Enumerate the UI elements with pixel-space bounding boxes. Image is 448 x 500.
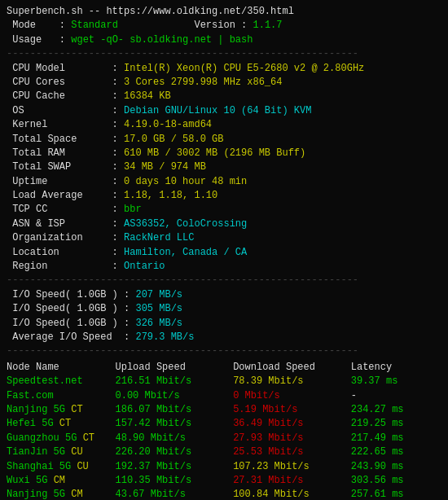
network-cell-name: Hefei 5G CT xyxy=(7,417,116,431)
sysinfo-asn: ASN & ISP : AS36352, ColoCrossing xyxy=(7,217,441,231)
network-cell-latency: 243.90 ms xyxy=(351,460,441,474)
network-cell-download: 27.93 Mbit/s xyxy=(233,432,351,445)
network-cell-upload: 216.51 Mbit/s xyxy=(116,375,234,388)
network-cell-download: 107.23 Mbit/s xyxy=(233,460,351,474)
col-header-download: Download Speed xyxy=(233,361,351,375)
network-section: Node Name Upload Speed Download Speed La… xyxy=(7,361,441,500)
title-line: Superbench.sh -- https://www.oldking.net… xyxy=(7,5,441,19)
network-cell-upload: 157.42 Mbit/s xyxy=(116,417,234,431)
io-speed-3: I/O Speed( 1.0GB ) : 326 MB/s xyxy=(7,317,441,331)
io-speed-1: I/O Speed( 1.0GB ) : 207 MB/s xyxy=(7,288,441,302)
sysinfo-location: Location : Hamilton, Canada / CA xyxy=(7,246,441,260)
network-cell-latency: 217.49 ms xyxy=(351,432,441,445)
network-cell-latency: - xyxy=(351,389,441,403)
network-cell-download: 5.19 Mbit/s xyxy=(233,403,351,417)
network-row: Wuxi 5G CM 110.35 Mbit/s 27.31 Mbit/s 30… xyxy=(7,474,441,488)
network-cell-latency: 222.65 ms xyxy=(351,445,441,459)
network-cell-latency: 219.25 ms xyxy=(351,417,441,431)
network-table: Node Name Upload Speed Download Speed La… xyxy=(7,361,441,500)
network-cell-latency: 303.56 ms xyxy=(351,474,441,488)
network-row: Speedtest.net 216.51 Mbit/s 78.39 Mbit/s… xyxy=(7,375,441,388)
network-cell-upload: 110.35 Mbit/s xyxy=(116,474,234,488)
network-cell-name: Nanjing 5G CT xyxy=(7,403,116,417)
io-speed-2: I/O Speed( 1.0GB ) : 305 MB/s xyxy=(7,302,441,316)
network-cell-download: 0 Mbit/s xyxy=(233,389,351,403)
sysinfo-cpu-cores: CPU Cores : 3 Cores 2799.998 MHz x86_64 xyxy=(7,76,441,90)
sysinfo-org: Organization : RackNerd LLC xyxy=(7,231,441,245)
network-cell-download: 25.53 Mbit/s xyxy=(233,445,351,459)
network-cell-upload: 43.67 Mbit/s xyxy=(116,488,234,500)
sysinfo-region: Region : Ontario xyxy=(7,260,441,274)
network-cell-upload: 0.00 Mbit/s xyxy=(116,389,234,403)
network-header-row: Node Name Upload Speed Download Speed La… xyxy=(7,361,441,375)
network-cell-download: 27.31 Mbit/s xyxy=(233,474,351,488)
network-cell-download: 78.39 Mbit/s xyxy=(233,375,351,388)
divider-1: ----------------------------------------… xyxy=(7,47,441,61)
sysinfo-total-ram: Total RAM : 610 MB / 3002 MB (2196 MB Bu… xyxy=(7,147,441,160)
col-header-upload: Upload Speed xyxy=(116,361,234,375)
divider-3: ----------------------------------------… xyxy=(7,344,441,358)
network-cell-upload: 226.20 Mbit/s xyxy=(116,445,234,459)
sysinfo-kernel: Kernel : 4.19.0-18-amd64 xyxy=(7,118,441,132)
col-header-name: Node Name xyxy=(7,361,116,375)
network-cell-name: Shanghai 5G CU xyxy=(7,460,116,474)
network-cell-name: Wuxi 5G CM xyxy=(7,474,116,488)
usage-line: Usage : wget -qO- sb.oldking.net | bash xyxy=(7,33,441,47)
network-cell-download: 36.49 Mbit/s xyxy=(233,417,351,431)
sysinfo-load: Load Average : 1.18, 1.18, 1.10 xyxy=(7,189,441,203)
io-section: I/O Speed( 1.0GB ) : 207 MB/s I/O Speed(… xyxy=(7,288,441,345)
sysinfo-uptime: Uptime : 0 days 10 hour 48 min xyxy=(7,175,441,189)
network-cell-latency: 234.27 ms xyxy=(351,403,441,417)
sysinfo-cpu-model: CPU Model : Intel(R) Xeon(R) CPU E5-2680… xyxy=(7,62,441,76)
network-cell-name: Fast.com xyxy=(7,389,116,403)
network-cell-name: Nanjing 5G CM xyxy=(7,488,116,500)
col-header-latency: Latency xyxy=(351,361,441,375)
sysinfo-total-swap: Total SWAP : 34 MB / 974 MB xyxy=(7,160,441,174)
sysinfo-total-space: Total Space : 17.0 GB / 58.0 GB xyxy=(7,133,441,147)
network-row: Guangzhou 5G CT 48.90 Mbit/s 27.93 Mbit/… xyxy=(7,432,441,445)
network-row: Hefei 5G CT 157.42 Mbit/s 36.49 Mbit/s 2… xyxy=(7,417,441,431)
mode-line: Mode : Standard Version : 1.1.7 xyxy=(7,19,441,33)
sysinfo-os: OS : Debian GNU/Linux 10 (64 Bit) KVM xyxy=(7,104,441,118)
io-avg: Average I/O Speed : 279.3 MB/s xyxy=(7,331,441,344)
network-row: Shanghai 5G CU 192.37 Mbit/s 107.23 Mbit… xyxy=(7,460,441,474)
network-cell-name: Guangzhou 5G CT xyxy=(7,432,116,445)
network-cell-upload: 186.07 Mbit/s xyxy=(116,403,234,417)
network-cell-name: TianJin 5G CU xyxy=(7,445,116,459)
network-cell-upload: 192.37 Mbit/s xyxy=(116,460,234,474)
network-row: TianJin 5G CU 226.20 Mbit/s 25.53 Mbit/s… xyxy=(7,445,441,459)
terminal-window: Superbench.sh -- https://www.oldking.net… xyxy=(7,5,441,500)
sysinfo-cpu-cache: CPU Cache : 16384 KB xyxy=(7,90,441,103)
network-cell-download: 100.84 Mbit/s xyxy=(233,488,351,500)
network-cell-latency: 39.37 ms xyxy=(351,375,441,388)
network-cell-latency: 257.61 ms xyxy=(351,488,441,500)
network-row: Nanjing 5G CT 186.07 Mbit/s 5.19 Mbit/s … xyxy=(7,403,441,417)
network-row: Fast.com 0.00 Mbit/s 0 Mbit/s - xyxy=(7,389,441,403)
sysinfo-section: CPU Model : Intel(R) Xeon(R) CPU E5-2680… xyxy=(7,62,441,274)
sysinfo-tcp: TCP CC : bbr xyxy=(7,203,441,217)
network-cell-name: Speedtest.net xyxy=(7,375,116,388)
network-row: Nanjing 5G CM 43.67 Mbit/s 100.84 Mbit/s… xyxy=(7,488,441,500)
divider-2: ----------------------------------------… xyxy=(7,274,441,287)
network-cell-upload: 48.90 Mbit/s xyxy=(116,432,234,445)
